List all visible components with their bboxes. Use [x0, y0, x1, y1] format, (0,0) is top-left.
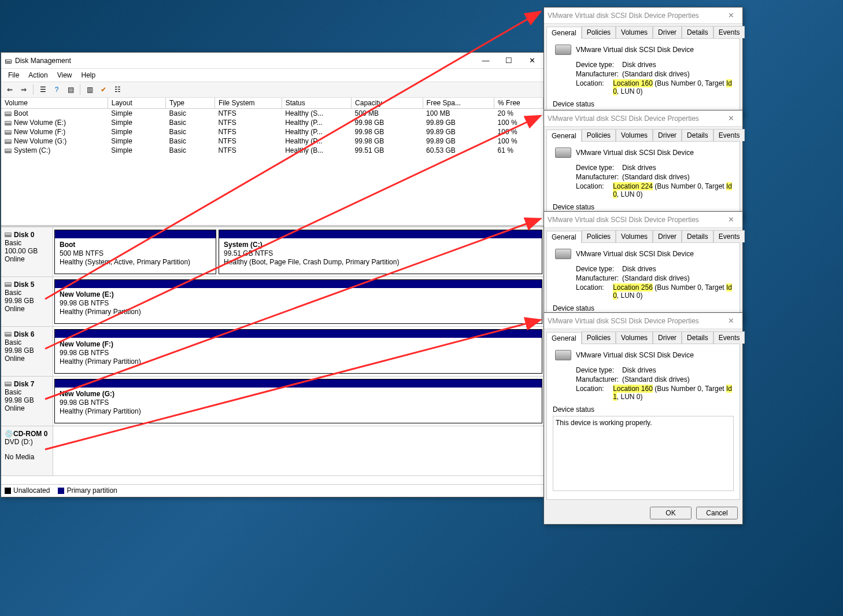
label-location: Location:	[576, 182, 613, 198]
minimize-button[interactable]: —	[474, 53, 497, 69]
disk-icon	[5, 282, 12, 287]
close-button[interactable]: ✕	[719, 8, 742, 24]
tab-details[interactable]: Details	[682, 129, 713, 141]
volume-row[interactable]: BootSimpleBasicNTFSHealthy (S...500 MB10…	[1, 109, 543, 119]
tab-policies[interactable]: Policies	[582, 129, 616, 141]
tab-policies[interactable]: Policies	[582, 26, 616, 38]
close-button[interactable]: ✕	[719, 212, 742, 228]
col-3[interactable]: File System	[215, 98, 282, 109]
tab-events[interactable]: Events	[713, 331, 745, 344]
volume-row[interactable]: System (C:)SimpleBasicNTFSHealthy (B...9…	[1, 146, 543, 155]
tab-events[interactable]: Events	[713, 129, 745, 141]
tab-general[interactable]: General	[546, 130, 582, 142]
tab-volumes[interactable]: Volumes	[616, 230, 653, 242]
tab-volumes[interactable]: Volumes	[616, 331, 653, 344]
close-button[interactable]: ✕	[520, 53, 543, 69]
dialog-title: VMware Virtual disk SCSI Disk Device Pro…	[548, 115, 719, 123]
disk-label[interactable]: Disk 5Basic99.98 GBOnline	[1, 277, 53, 326]
tab-events[interactable]: Events	[713, 230, 745, 242]
disk-row[interactable]: Disk 5Basic99.98 GBOnlineNew Volume (E:)…	[1, 277, 543, 327]
menu-help[interactable]: Help	[77, 70, 101, 80]
menu-action[interactable]: Action	[24, 70, 52, 80]
tab-driver[interactable]: Driver	[653, 26, 682, 38]
col-0[interactable]: Volume	[1, 98, 108, 109]
disk-icon	[5, 382, 12, 386]
volume-row[interactable]: New Volume (E:)SimpleBasicNTFSHealthy (P…	[1, 118, 543, 127]
col-4[interactable]: Status	[282, 98, 351, 109]
partition-header	[55, 330, 542, 338]
tab-details[interactable]: Details	[682, 26, 713, 38]
refresh-button[interactable]: ☷	[111, 83, 124, 96]
partition[interactable]: Boot500 MB NTFSHealthy (System, Active, …	[54, 230, 216, 274]
tabstrip: GeneralPoliciesVolumesDriverDetailsEvent…	[544, 127, 742, 141]
volume-row[interactable]: New Volume (F:)SimpleBasicNTFSHealthy (P…	[1, 127, 543, 137]
col-7[interactable]: % Free	[494, 98, 543, 109]
device-status-text[interactable]: This device is working properly.	[553, 416, 734, 491]
dialog-title: VMware Virtual disk SCSI Disk Device Pro…	[548, 216, 719, 224]
legend: Unallocated Primary partition	[1, 484, 543, 496]
partition[interactable]: New Volume (E:)99.98 GB NTFSHealthy (Pri…	[54, 279, 542, 324]
partition[interactable]: New Volume (G:)99.98 GB NTFSHealthy (Pri…	[54, 379, 542, 423]
titlebar[interactable]: VMware Virtual disk SCSI Disk Device Pro…	[544, 110, 742, 127]
disk-row[interactable]: 💿CD-ROM 0DVD (D:)No Media	[1, 426, 543, 476]
partition-header	[55, 230, 216, 238]
tab-details[interactable]: Details	[682, 331, 713, 344]
label-devicetype: Device type:	[576, 61, 622, 69]
ok-button[interactable]: OK	[650, 507, 692, 519]
tab-driver[interactable]: Driver	[653, 230, 682, 242]
disk-row[interactable]: Disk 6Basic99.98 GBOnlineNew Volume (F:)…	[1, 327, 543, 377]
label-devicestatus: Device status	[553, 405, 734, 414]
settings-button[interactable]: ✔	[97, 83, 110, 96]
tab-general[interactable]: General	[546, 231, 582, 243]
tab-driver[interactable]: Driver	[653, 331, 682, 344]
disk-label[interactable]: Disk 0Basic100.00 GBOnline	[1, 227, 53, 276]
volume-list[interactable]: VolumeLayoutTypeFile SystemStatusCapacit…	[1, 98, 543, 225]
tab-volumes[interactable]: Volumes	[616, 26, 653, 38]
tab-events[interactable]: Events	[713, 26, 745, 38]
help-button[interactable]: ?	[50, 83, 63, 96]
titlebar[interactable]: VMware Virtual disk SCSI Disk Device Pro…	[544, 8, 742, 24]
forward-button[interactable]: ⇒	[17, 83, 30, 96]
show-hide-tree-button[interactable]: ☰	[36, 83, 49, 96]
tab-general[interactable]: General	[546, 27, 582, 39]
volume-row[interactable]: New Volume (G:)SimpleBasicNTFSHealthy (P…	[1, 137, 543, 146]
graphical-view[interactable]: Disk 0Basic100.00 GBOnlineBoot500 MB NTF…	[1, 225, 543, 484]
disk-row[interactable]: Disk 7Basic99.98 GBOnlineNew Volume (G:)…	[1, 377, 543, 426]
menu-view[interactable]: View	[53, 70, 77, 80]
view-top-button[interactable]: ▤	[64, 83, 77, 96]
tab-details[interactable]: Details	[682, 230, 713, 242]
col-1[interactable]: Layout	[108, 98, 165, 109]
disk-label[interactable]: Disk 7Basic99.98 GBOnline	[1, 377, 53, 426]
disk-label[interactable]: Disk 6Basic99.98 GBOnline	[1, 327, 53, 376]
menu-file[interactable]: File	[3, 70, 24, 80]
close-button[interactable]: ✕	[719, 313, 742, 329]
titlebar[interactable]: VMware Virtual disk SCSI Disk Device Pro…	[544, 313, 742, 329]
titlebar[interactable]: 🖴 Disk Management — ☐ ✕	[1, 53, 543, 69]
volume-icon	[5, 139, 12, 144]
view-bottom-button[interactable]: ▥	[83, 83, 96, 96]
tab-policies[interactable]: Policies	[582, 331, 616, 344]
back-button[interactable]: ⇐	[3, 83, 16, 96]
tab-general[interactable]: General	[546, 332, 582, 344]
volume-icon	[5, 130, 12, 135]
partition[interactable]: System (C:)99.51 GB NTFSHealthy (Boot, P…	[219, 230, 542, 274]
titlebar[interactable]: VMware Virtual disk SCSI Disk Device Pro…	[544, 212, 742, 228]
tab-volumes[interactable]: Volumes	[616, 129, 653, 141]
disk-label[interactable]: 💿CD-ROM 0DVD (D:)No Media	[1, 426, 53, 475]
disk-row[interactable]: Disk 0Basic100.00 GBOnlineBoot500 MB NTF…	[1, 227, 543, 277]
tab-driver[interactable]: Driver	[653, 129, 682, 141]
value-devicetype: Disk drives	[622, 366, 656, 374]
properties-dialog: VMware Virtual disk SCSI Disk Device Pro…	[543, 312, 743, 525]
col-6[interactable]: Free Spa...	[423, 98, 494, 109]
col-2[interactable]: Type	[166, 98, 215, 109]
partition[interactable]: New Volume (F:)99.98 GB NTFSHealthy (Pri…	[54, 329, 542, 374]
tab-policies[interactable]: Policies	[582, 230, 616, 242]
col-5[interactable]: Capacity	[352, 98, 423, 109]
value-manufacturer: (Standard disk drives)	[622, 375, 690, 383]
label-manufacturer: Manufacturer:	[576, 274, 622, 282]
maximize-button[interactable]: ☐	[497, 53, 520, 69]
properties-dialog: VMware Virtual disk SCSI Disk Device Pro…	[543, 211, 743, 322]
cancel-button[interactable]: Cancel	[696, 507, 738, 519]
tabstrip: GeneralPoliciesVolumesDriverDetailsEvent…	[544, 24, 742, 38]
close-button[interactable]: ✕	[719, 110, 742, 127]
